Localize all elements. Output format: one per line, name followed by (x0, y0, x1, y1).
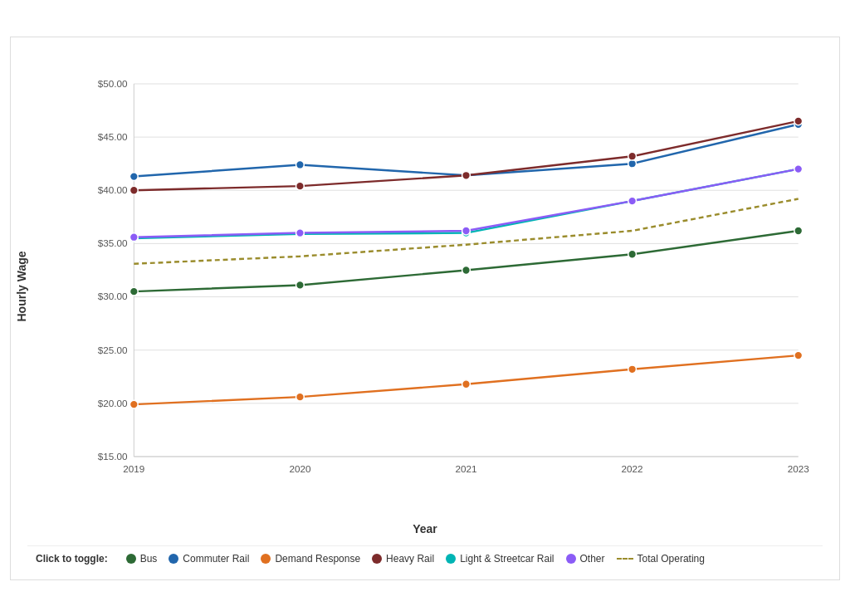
svg-point-28 (129, 172, 138, 180)
svg-point-48 (129, 232, 138, 241)
legend-label: Demand Response (275, 553, 360, 565)
svg-text:$45.00: $45.00 (98, 131, 128, 142)
legend-label: Bus (140, 553, 158, 565)
legend-item-other[interactable]: Other (566, 553, 605, 565)
svg-point-35 (462, 379, 471, 388)
svg-text:$15.00: $15.00 (98, 450, 128, 461)
svg-point-26 (628, 250, 637, 258)
svg-text:$20.00: $20.00 (98, 397, 128, 408)
legend-item-light-&-streetcar-rail[interactable]: Light & Streetcar Rail (446, 553, 554, 565)
chart-wrapper: Hourly Wage $15.00$20.00$25.00$30.00$35.… (27, 54, 823, 519)
legend-item-heavy-rail[interactable]: Heavy Rail (372, 553, 434, 565)
svg-text:2019: 2019 (123, 463, 144, 474)
svg-point-40 (462, 171, 471, 179)
legend-label: Commuter Rail (183, 553, 249, 565)
legend: Click to toggle: BusCommuter RailDemand … (27, 545, 823, 571)
svg-point-50 (462, 227, 471, 235)
svg-point-33 (129, 400, 138, 408)
svg-text:$35.00: $35.00 (98, 237, 128, 248)
chart-area: $15.00$20.00$25.00$30.00$35.00$40.00$45.… (77, 54, 823, 519)
svg-text:2021: 2021 (455, 463, 476, 474)
svg-text:2020: 2020 (289, 463, 311, 474)
legend-item-bus[interactable]: Bus (126, 553, 158, 565)
svg-point-36 (628, 364, 637, 373)
svg-text:$30.00: $30.00 (98, 291, 128, 301)
y-axis-label: Hourly Wage (15, 251, 28, 321)
svg-point-49 (296, 228, 305, 237)
svg-point-39 (296, 182, 305, 190)
legend-item-total-operating[interactable]: Total Operating (617, 553, 705, 565)
svg-point-25 (462, 266, 471, 274)
svg-point-24 (296, 281, 305, 289)
svg-point-42 (794, 116, 803, 125)
svg-point-52 (794, 164, 803, 173)
svg-point-41 (628, 152, 637, 160)
svg-point-23 (129, 287, 138, 296)
legend-label: Heavy Rail (386, 553, 434, 565)
svg-text:2023: 2023 (788, 463, 809, 474)
legend-title: Click to toggle: (36, 553, 108, 565)
legend-label: Total Operating (638, 553, 705, 565)
svg-text:$50.00: $50.00 (98, 77, 128, 88)
legend-item-commuter-rail[interactable]: Commuter Rail (169, 553, 249, 565)
svg-point-51 (628, 197, 637, 205)
x-axis-label: Year (27, 522, 823, 535)
legend-items: BusCommuter RailDemand ResponseHeavy Rai… (126, 553, 705, 565)
svg-point-37 (794, 351, 803, 359)
svg-text:$25.00: $25.00 (98, 344, 128, 354)
svg-text:2022: 2022 (622, 463, 643, 474)
chart-container: Hourly Wage $15.00$20.00$25.00$30.00$35.… (10, 37, 840, 580)
svg-point-34 (296, 393, 305, 401)
svg-point-29 (296, 160, 305, 169)
legend-label: Other (580, 553, 605, 565)
chart-svg: $15.00$20.00$25.00$30.00$35.00$40.00$45.… (77, 54, 823, 519)
svg-point-27 (794, 227, 803, 235)
legend-item-demand-response[interactable]: Demand Response (261, 553, 360, 565)
svg-point-38 (129, 186, 138, 194)
svg-text:$40.00: $40.00 (98, 184, 128, 195)
legend-label: Light & Streetcar Rail (460, 553, 554, 565)
